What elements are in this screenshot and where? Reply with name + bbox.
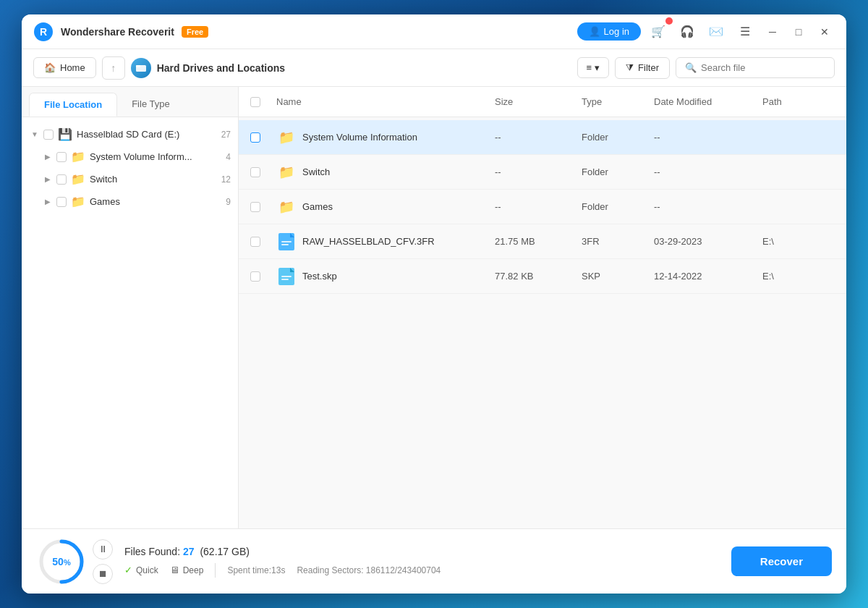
title-actions: 👤 Log in 🛒 🎧 ✉️ ☰ ─ □ ✕ bbox=[577, 20, 835, 43]
tree-item-games[interactable]: ▶ 📁 Games 9 bbox=[22, 190, 238, 213]
app-logo: R bbox=[33, 22, 54, 42]
vertical-divider bbox=[215, 563, 216, 578]
file-name-cell-2: 📁 Switch bbox=[276, 162, 495, 182]
table-row[interactable]: RAW_HASSELBLAD_CFV.3FR 21.75 MB 3FR 03-2… bbox=[239, 224, 846, 259]
menu-icon[interactable]: ☰ bbox=[733, 20, 757, 43]
folder-icon-games: 📁 bbox=[71, 195, 85, 208]
tree-item-drive-e[interactable]: ▼ 💾 Hasselblad SD Card (E:) 27 bbox=[22, 123, 238, 145]
tree-checkbox-switch[interactable] bbox=[56, 174, 67, 185]
tree-label-switch: Switch bbox=[90, 174, 221, 185]
location-icon bbox=[131, 58, 151, 78]
file-size-3: -- bbox=[495, 201, 582, 212]
svg-rect-6 bbox=[281, 241, 292, 242]
chevron-down-icon: ▾ bbox=[595, 62, 600, 73]
free-badge: Free bbox=[182, 26, 208, 38]
file-type-1: Folder bbox=[582, 132, 654, 143]
file-name-cell-3: 📁 Games bbox=[276, 197, 495, 217]
tree-item-sysvol[interactable]: ▶ 📁 System Volume Inform... 4 bbox=[22, 145, 238, 168]
tree-label-games: Games bbox=[90, 196, 226, 207]
user-icon: 👤 bbox=[589, 26, 600, 37]
sidebar: File Location File Type ▼ 💾 Hasselblad S… bbox=[22, 87, 239, 528]
app-window: R Wondershare Recoverit Free 👤 Log in 🛒 … bbox=[22, 14, 846, 594]
col-header-name: Name bbox=[276, 96, 495, 107]
tree-label-sysvol: System Volume Inform... bbox=[90, 151, 226, 162]
files-found-size: (62.17 GB) bbox=[200, 546, 249, 557]
row-checkbox-5[interactable] bbox=[250, 271, 260, 282]
progress-text: 50% bbox=[52, 556, 70, 567]
file-date-3: -- bbox=[654, 201, 762, 212]
tree-checkbox-sysvol[interactable] bbox=[56, 152, 67, 162]
header-checkbox[interactable] bbox=[250, 97, 260, 107]
title-bar: R Wondershare Recoverit Free 👤 Log in 🛒 … bbox=[22, 14, 846, 49]
drive-icon: 💾 bbox=[58, 127, 72, 141]
file-name-5: Test.skp bbox=[302, 271, 337, 282]
table-row[interactable]: 📁 Games -- Folder -- bbox=[239, 190, 846, 224]
search-icon: 🔍 bbox=[685, 62, 697, 73]
file-list-header: Name Size Type Date Modified Path bbox=[239, 87, 846, 117]
tree-count-games: 9 bbox=[226, 197, 231, 207]
file-name-cell-4: RAW_HASSELBLAD_CFV.3FR bbox=[276, 232, 495, 252]
file-size-1: -- bbox=[495, 132, 582, 143]
sidebar-tree: ▼ 💾 Hasselblad SD Card (E:) 27 ▶ 📁 Syste… bbox=[22, 117, 238, 528]
expand-icon-games: ▶ bbox=[42, 196, 54, 208]
tree-checkbox-drive[interactable] bbox=[43, 130, 54, 140]
cart-button[interactable]: 🛒 bbox=[647, 20, 670, 43]
svg-rect-7 bbox=[281, 244, 289, 245]
file-size-4: 21.75 MB bbox=[495, 236, 582, 247]
filter-button[interactable]: ⧩ Filter bbox=[615, 57, 670, 79]
table-row[interactable]: 📁 System Volume Information -- Folder -- bbox=[239, 120, 846, 155]
file-date-1: -- bbox=[654, 132, 762, 143]
scan-mode-quick[interactable]: ✓ Quick bbox=[124, 565, 158, 575]
email-icon[interactable]: ✉️ bbox=[705, 20, 728, 43]
support-icon[interactable]: 🎧 bbox=[676, 20, 699, 43]
pause-button[interactable]: ⏸ bbox=[93, 539, 113, 560]
row-checkbox-4[interactable] bbox=[250, 237, 260, 247]
col-header-path: Path bbox=[762, 96, 835, 107]
files-found-count: 27 bbox=[183, 546, 195, 557]
svg-text:R: R bbox=[40, 26, 47, 38]
app-title: Wondershare Recoverit bbox=[61, 26, 174, 38]
search-box[interactable]: 🔍 bbox=[676, 57, 835, 78]
scan-mode-deep[interactable]: 🖥 Deep bbox=[170, 565, 204, 575]
tree-count-drive: 27 bbox=[221, 130, 231, 140]
col-header-size: Size bbox=[495, 96, 582, 107]
search-input[interactable] bbox=[701, 62, 825, 73]
minimize-button[interactable]: ─ bbox=[762, 22, 783, 42]
tree-checkbox-games[interactable] bbox=[56, 197, 67, 207]
close-button[interactable]: ✕ bbox=[814, 22, 835, 42]
back-button[interactable]: ↑ bbox=[102, 56, 125, 80]
maximize-button[interactable]: □ bbox=[788, 22, 809, 42]
recover-button[interactable]: Recover bbox=[731, 546, 832, 576]
file-type-5: SKP bbox=[582, 271, 654, 282]
reading-sectors: Reading Sectors: 186112/243400704 bbox=[297, 565, 441, 575]
scan-time: Spent time:13s bbox=[227, 565, 285, 575]
table-row[interactable]: 📁 Switch -- Folder -- bbox=[239, 155, 846, 190]
status-info: Files Found: 27 (62.17 GB) ✓ Quick 🖥 Dee… bbox=[124, 546, 705, 578]
progress-ring: 50% bbox=[36, 536, 87, 587]
scan-modes: ✓ Quick 🖥 Deep Spent time:13s Reading Se… bbox=[124, 563, 705, 578]
file-name-3: Games bbox=[302, 201, 333, 212]
expand-icon-switch: ▶ bbox=[42, 174, 54, 185]
file-date-4: 03-29-2023 bbox=[654, 236, 762, 247]
file-size-2: -- bbox=[495, 166, 582, 177]
folder-icon-row3: 📁 bbox=[276, 197, 297, 217]
row-checkbox-3[interactable] bbox=[250, 202, 260, 212]
tree-item-switch[interactable]: ▶ 📁 Switch 12 bbox=[22, 168, 238, 190]
file-type-2: Folder bbox=[582, 166, 654, 177]
file-list: Name Size Type Date Modified Path 📁 Syst… bbox=[239, 87, 846, 528]
tab-file-type[interactable]: File Type bbox=[117, 93, 184, 117]
sidebar-tabs: File Location File Type bbox=[22, 87, 238, 117]
tab-file-location[interactable]: File Location bbox=[29, 93, 117, 117]
svg-rect-11 bbox=[281, 279, 289, 280]
table-row[interactable]: Test.skp 77.82 KB SKP 12-14-2022 E:\ bbox=[239, 259, 846, 294]
expand-icon: ▼ bbox=[29, 129, 41, 140]
row-checkbox-2[interactable] bbox=[250, 167, 260, 177]
stop-button[interactable]: ⏹ bbox=[93, 564, 113, 584]
file-date-2: -- bbox=[654, 166, 762, 177]
file-path-5: E:\ bbox=[762, 271, 835, 282]
home-button[interactable]: 🏠 Home bbox=[33, 57, 96, 78]
login-button[interactable]: 👤 Log in bbox=[577, 22, 641, 41]
row-checkbox-1[interactable] bbox=[250, 132, 260, 143]
tree-label-drive: Hasselblad SD Card (E:) bbox=[77, 129, 221, 140]
view-toggle-button[interactable]: ≡ ▾ bbox=[577, 57, 610, 78]
